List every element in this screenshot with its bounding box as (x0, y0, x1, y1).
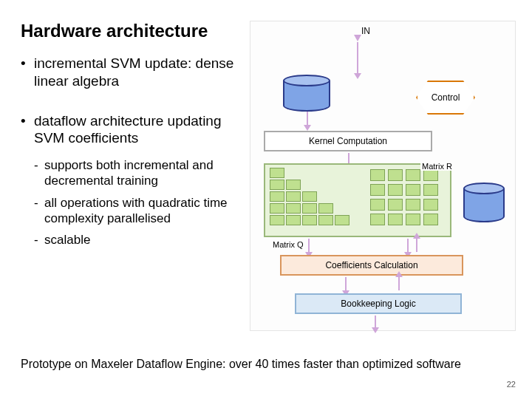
in-label: IN (361, 26, 370, 36)
arrow-book-coef (398, 277, 400, 290)
matrix-r-label: Matrix R (420, 162, 454, 171)
sub-bullet-2: all operations with quadratic time compl… (34, 195, 244, 227)
slide-root: Hardware architecture incremental SVM up… (0, 0, 532, 399)
arrow-in (357, 42, 358, 73)
architecture-diagram: IN Training Samples Control Kernel Compu… (250, 21, 516, 331)
footer-caption: Prototype on Maxeler Dataflow Engine: ov… (21, 358, 517, 371)
bullet-1: incremental SVM update: dense linear alg… (21, 55, 244, 90)
content-row: incremental SVM update: dense linear alg… (21, 55, 517, 331)
input-marker-icon (354, 35, 361, 41)
bullet-list: incremental SVM update: dense linear alg… (21, 55, 244, 248)
control-label: Control (432, 92, 460, 103)
page-number: 22 (507, 380, 516, 389)
arrow-matq-down (308, 239, 310, 252)
bullet-2: dataflow architecture updating SVM coeff… (21, 112, 244, 248)
arrow-matr-up (416, 239, 417, 252)
matrix-q (270, 168, 351, 230)
sub-bullet-list: supports both incremental and decrementa… (34, 157, 244, 248)
bookkeeping-label: Bookkeeping Logic (341, 299, 415, 309)
coefficients-calc-label: Coefficients Calculation (325, 260, 417, 270)
sub-bullet-1: supports both incremental and decrementa… (34, 157, 244, 189)
matrix-q-label: Matrix Q (273, 240, 304, 249)
matrix-r (370, 169, 441, 227)
bookkeeping-box: Bookkeeping Logic (295, 293, 462, 314)
control-hexagon: Control (416, 81, 475, 115)
bullet-2-text: dataflow architecture updating SVM coeff… (34, 113, 222, 146)
coefficients-cylinder: 1D Coefficients (463, 183, 505, 222)
training-samples-cylinder: Training Samples (283, 75, 330, 112)
kernel-computation-box: Kernel Computation (264, 131, 432, 151)
arrow-matr-down (407, 239, 409, 252)
text-column: incremental SVM update: dense linear alg… (21, 55, 250, 270)
arrow-kernel-down (348, 153, 349, 163)
arrow-coef-book (345, 277, 347, 290)
arrow-ts-kernel (307, 112, 308, 125)
coefficients-calculation-box: Coefficients Calculation (280, 255, 463, 276)
sub-bullet-3: scalable (34, 232, 244, 248)
kernel-label: Kernel Computation (309, 136, 387, 146)
arrow-out (375, 316, 376, 327)
